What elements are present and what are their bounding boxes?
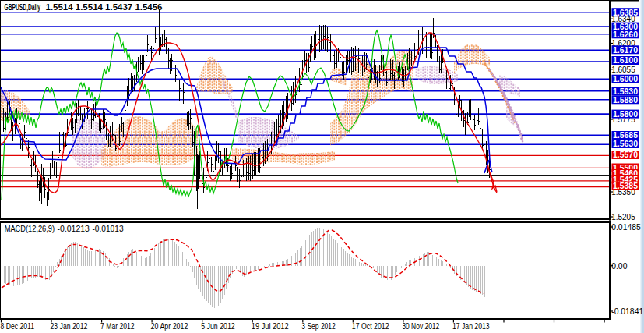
svg-text:1.5630: 1.5630 <box>613 139 638 148</box>
svg-text:1.5514 1.5514 1.5437 1.5456: 1.5514 1.5514 1.5437 1.5456 <box>46 2 163 12</box>
svg-text:7 Mar 2012: 7 Mar 2012 <box>100 321 135 331</box>
svg-text:1.6385: 1.6385 <box>613 8 638 17</box>
svg-text:23 Jan 2012: 23 Jan 2012 <box>51 321 88 331</box>
svg-text:MACD(12,26,9): MACD(12,26,9) <box>5 224 55 233</box>
svg-text:1.5880: 1.5880 <box>613 95 638 105</box>
svg-text:17 Jan 2013: 17 Jan 2013 <box>452 321 490 331</box>
svg-text:1.6100: 1.6100 <box>613 55 638 65</box>
svg-text:3 Sep 2012: 3 Sep 2012 <box>301 321 336 331</box>
svg-text:0.00: 0.00 <box>611 262 627 271</box>
svg-text:1.6000: 1.6000 <box>613 74 638 83</box>
svg-text:19 Jul 2012: 19 Jul 2012 <box>252 321 289 331</box>
svg-text:8 Dec 2011: 8 Dec 2011 <box>1 321 35 331</box>
svg-text:-0.01841: -0.01841 <box>611 307 643 316</box>
svg-text:-0.01013: -0.01013 <box>92 224 123 233</box>
svg-text:1.6055: 1.6055 <box>611 66 635 74</box>
svg-text:1.5205: 1.5205 <box>611 213 635 221</box>
svg-text:17 Oct 2012: 17 Oct 2012 <box>352 321 389 331</box>
svg-text:-0.01213: -0.01213 <box>58 224 90 233</box>
svg-text:1.6170: 1.6170 <box>613 45 638 55</box>
svg-text:GBPUSD,Daily: GBPUSD,Daily <box>5 2 41 12</box>
svg-text:5 Jun 2012: 5 Jun 2012 <box>201 321 235 331</box>
svg-text:30 Nov 2012: 30 Nov 2012 <box>402 321 439 331</box>
svg-text:1.5800: 1.5800 <box>613 109 638 119</box>
svg-text:1.5385: 1.5385 <box>613 181 638 190</box>
svg-text:1.5570: 1.5570 <box>613 150 638 159</box>
svg-text:0.01485: 0.01485 <box>611 223 641 232</box>
svg-text:1.6260: 1.6260 <box>613 30 638 39</box>
svg-text:20 Apr 2012: 20 Apr 2012 <box>151 321 188 331</box>
